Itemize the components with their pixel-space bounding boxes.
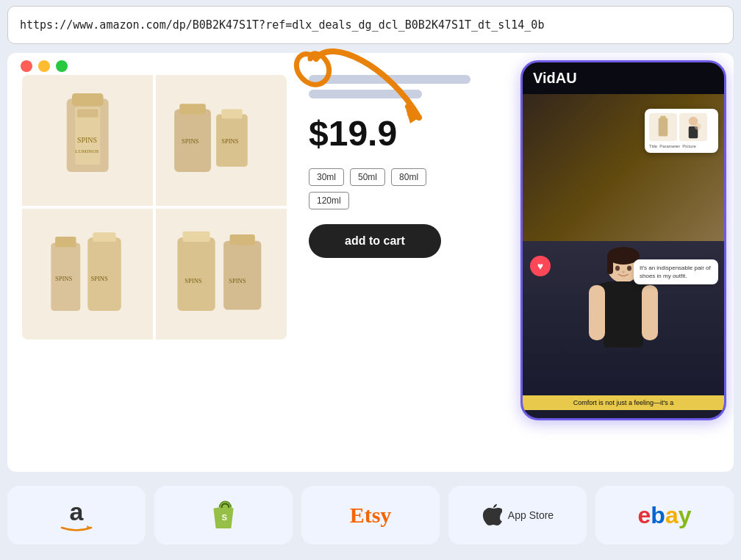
svg-text:S: S (222, 513, 228, 522)
like-button: ♥ (530, 256, 551, 276)
svg-text:SPINS: SPINS (182, 137, 198, 145)
svg-rect-9 (221, 109, 242, 118)
ebay-a: a (665, 502, 679, 528)
size-30ml[interactable]: 30ml (309, 168, 344, 186)
ebay-logo: ebay (638, 502, 692, 529)
card-product-img (649, 113, 677, 141)
window-controls (21, 60, 68, 72)
size-50ml[interactable]: 50ml (350, 168, 385, 186)
ebay-y: y (679, 502, 692, 528)
ebay-e: e (638, 502, 651, 528)
svg-point-28 (695, 123, 701, 130)
add-to-cart-button[interactable]: add to cart (309, 224, 441, 258)
svg-rect-19 (182, 231, 210, 242)
etsy-button[interactable]: Etsy (301, 486, 440, 545)
shopify-icon: S (209, 499, 238, 531)
product-details: $19.9 30ml 50ml 80ml 120ml add to cart (309, 75, 470, 258)
label-title: Title (649, 144, 657, 148)
apple-icon (482, 503, 502, 527)
size-options: 30ml 50ml 80ml 120ml (309, 168, 470, 209)
svg-text:SPINS: SPINS (221, 137, 238, 145)
svg-rect-1 (72, 93, 104, 106)
svg-rect-13 (55, 237, 76, 247)
vidau-phone-mockup: VidAU (520, 60, 726, 420)
close-dot[interactable] (21, 60, 32, 72)
svg-rect-25 (660, 116, 665, 119)
product-image-1: SPINS LUMINOS (22, 75, 153, 206)
amazon-arrow-icon (60, 524, 93, 531)
svg-text:SPINS: SPINS (90, 275, 107, 282)
minimize-dot[interactable] (38, 60, 50, 72)
title-line-1 (309, 75, 470, 84)
svg-rect-15 (93, 232, 115, 242)
svg-text:SPINS: SPINS (55, 275, 72, 282)
etsy-logo: Etsy (350, 503, 392, 528)
svg-text:SPINS: SPINS (229, 276, 246, 284)
svg-rect-31 (607, 256, 613, 274)
label-parameter: Parameter (659, 144, 680, 148)
amazon-button[interactable]: a (7, 486, 146, 545)
size-80ml[interactable]: 80ml (391, 168, 426, 186)
subtitle-bar: Comfort is not just a feeling—it's a (523, 395, 724, 410)
url-text: https://www.amazon.com/dp/B0B2K47S1T?ref… (20, 18, 544, 32)
phone-person-area: ♥ (523, 241, 724, 395)
platform-buttons: a S Etsy App Store (7, 482, 734, 548)
svg-rect-3 (77, 109, 98, 117)
speech-bubble: It's an indispensable pair of shoes in m… (634, 259, 718, 284)
url-bar[interactable]: https://www.amazon.com/dp/B0B2K47S1T?ref… (7, 6, 734, 44)
vidau-logo: VidAU (533, 70, 577, 87)
subtitle-text: Comfort is not just a feeling—it's a (573, 399, 673, 406)
vidau-header: VidAU (523, 62, 724, 94)
svg-point-39 (622, 271, 625, 273)
floating-product-card: Title Parameter Picture (645, 109, 718, 153)
card-person-img (679, 113, 707, 141)
svg-text:LUMINOS: LUMINOS (75, 148, 99, 154)
svg-point-38 (627, 266, 631, 271)
title-line-2 (309, 90, 422, 98)
product-image-4: SPINS SPINS (156, 209, 287, 340)
size-120ml[interactable]: 120ml (309, 192, 349, 209)
appstore-label: App Store (508, 509, 554, 521)
product-images: SPINS LUMINOS SPINS SPINS SPINS (22, 75, 287, 340)
maximize-dot[interactable] (56, 60, 68, 72)
floating-card-images (649, 113, 714, 141)
product-image-2: SPINS SPINS (156, 75, 287, 206)
svg-rect-20 (223, 240, 261, 309)
svg-rect-18 (177, 237, 215, 311)
svg-rect-7 (179, 104, 206, 114)
svg-text:SPINS: SPINS (185, 276, 201, 284)
product-image-3: SPINS SPINS (22, 209, 153, 340)
ebay-button[interactable]: ebay (595, 486, 734, 545)
main-content: SPINS LUMINOS SPINS SPINS SPINS (7, 53, 734, 472)
appstore-logo: App Store (482, 503, 554, 527)
svg-text:SPINS: SPINS (77, 136, 97, 144)
card-labels: Title Parameter Picture (649, 144, 714, 148)
label-picture: Picture (682, 144, 696, 148)
svg-rect-36 (642, 285, 658, 340)
ebay-b: b (651, 502, 665, 528)
appstore-button[interactable]: App Store (448, 486, 587, 545)
amazon-logo: a (60, 499, 93, 531)
product-price: $19.9 (309, 113, 470, 154)
svg-rect-35 (589, 285, 605, 340)
shopify-button[interactable]: S (154, 486, 293, 545)
svg-rect-24 (659, 118, 668, 136)
svg-rect-21 (229, 234, 254, 245)
svg-point-37 (615, 266, 620, 271)
speech-text: It's an indispensable pair of shoes in m… (640, 265, 711, 279)
phone-background: Title Parameter Picture (523, 94, 724, 241)
amazon-a-letter: a (70, 499, 84, 524)
